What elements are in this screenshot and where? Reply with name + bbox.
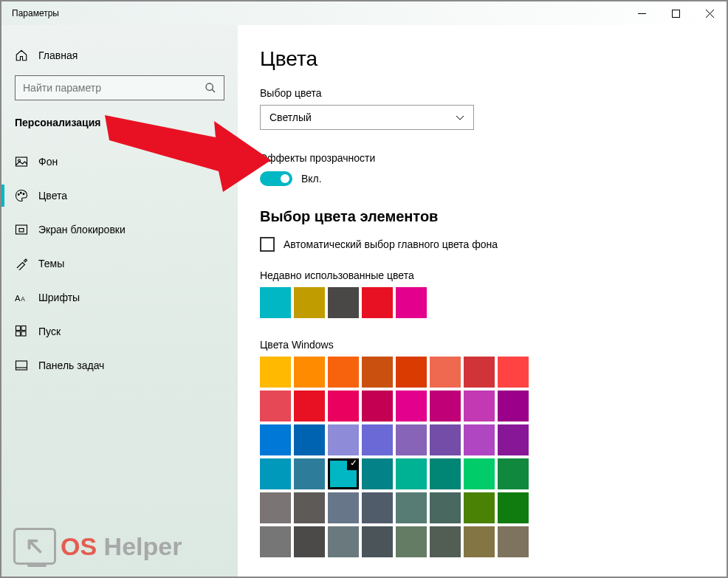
- svg-rect-11: [16, 225, 27, 234]
- windows-color-swatch[interactable]: [362, 458, 393, 489]
- windows-color-swatch[interactable]: [294, 492, 325, 523]
- accent-heading: Выбор цвета элементов: [260, 208, 704, 225]
- windows-color-swatch[interactable]: [430, 357, 461, 388]
- window-title: Параметры: [12, 8, 59, 18]
- windows-color-swatch[interactable]: [328, 492, 359, 523]
- auto-pick-label: Автоматический выбор главного цвета фона: [284, 238, 498, 250]
- windows-color-swatch[interactable]: [260, 458, 291, 489]
- sidebar-item-taskbar[interactable]: Панель задач: [1, 348, 238, 382]
- windows-color-swatch[interactable]: [498, 492, 529, 523]
- windows-color-swatch[interactable]: [260, 357, 291, 388]
- windows-color-swatch[interactable]: [328, 526, 359, 557]
- windows-color-swatch[interactable]: [464, 526, 495, 557]
- windows-color-swatch[interactable]: [294, 458, 325, 489]
- sidebar-item-background[interactable]: Фон: [1, 145, 238, 179]
- windows-color-swatch[interactable]: [362, 492, 393, 523]
- watermark: OS Helper: [13, 528, 182, 565]
- recent-color-swatch[interactable]: [362, 287, 393, 318]
- windows-color-swatch[interactable]: [498, 391, 529, 422]
- windows-color-swatch[interactable]: [294, 424, 325, 455]
- watermark-monitor-icon: [13, 528, 56, 565]
- windows-color-swatch[interactable]: [328, 424, 359, 455]
- windows-color-swatch[interactable]: [430, 526, 461, 557]
- windows-color-swatch[interactable]: [294, 391, 325, 422]
- windows-color-swatch[interactable]: [498, 424, 529, 455]
- svg-rect-12: [19, 229, 24, 233]
- svg-text:A: A: [21, 296, 25, 303]
- search-input[interactable]: [23, 82, 205, 94]
- windows-color-swatch[interactable]: [260, 526, 291, 557]
- svg-line-5: [212, 89, 215, 92]
- windows-color-swatch[interactable]: [464, 357, 495, 388]
- sidebar-item-themes[interactable]: Темы: [1, 247, 238, 281]
- main-content: Цвета Выбор цвета Светлый Эффекты прозра…: [238, 25, 727, 577]
- taskbar-icon: [15, 359, 28, 372]
- titlebar: Параметры: [1, 1, 727, 25]
- windows-color-swatch[interactable]: [396, 492, 427, 523]
- sidebar-item-label: Экран блокировки: [38, 224, 126, 235]
- windows-color-swatch[interactable]: [260, 391, 291, 422]
- sidebar-item-label: Шрифты: [38, 292, 80, 303]
- windows-color-swatch[interactable]: [464, 424, 495, 455]
- sidebar-item-fonts[interactable]: AA Шрифты: [1, 281, 238, 314]
- windows-color-swatch[interactable]: [396, 424, 427, 455]
- recent-color-swatch[interactable]: [328, 287, 359, 318]
- windows-color-swatch[interactable]: [362, 391, 393, 422]
- windows-color-swatch[interactable]: [396, 458, 427, 489]
- home-icon: [15, 49, 28, 62]
- windows-color-swatch[interactable]: [430, 424, 461, 455]
- windows-color-swatch[interactable]: [362, 526, 393, 557]
- maximize-button[interactable]: [659, 1, 693, 25]
- windows-color-swatch[interactable]: [464, 391, 495, 422]
- search-input-container[interactable]: [15, 75, 224, 100]
- sidebar-item-start[interactable]: Пуск: [1, 314, 238, 348]
- windows-color-swatch[interactable]: [396, 526, 427, 557]
- home-button[interactable]: Главная: [1, 44, 238, 74]
- themes-icon: [15, 257, 28, 270]
- windows-color-swatch[interactable]: [430, 492, 461, 523]
- windows-color-swatch[interactable]: [430, 458, 461, 489]
- palette-icon: [15, 189, 28, 202]
- minimize-button[interactable]: [625, 1, 659, 25]
- sidebar-item-lockscreen[interactable]: Экран блокировки: [1, 213, 238, 247]
- windows-color-swatch[interactable]: [362, 424, 393, 455]
- windows-color-swatch[interactable]: [396, 357, 427, 388]
- recent-colors-label: Недавно использованные цвета: [260, 269, 704, 281]
- windows-color-swatch[interactable]: [328, 391, 359, 422]
- auto-pick-checkbox[interactable]: [260, 237, 275, 252]
- transparency-toggle[interactable]: [260, 171, 292, 186]
- windows-color-swatch[interactable]: [260, 424, 291, 455]
- sidebar-item-label: Панель задач: [38, 359, 104, 371]
- chevron-down-icon: [456, 113, 464, 122]
- recent-color-swatch[interactable]: [260, 287, 291, 318]
- windows-color-swatch[interactable]: [498, 357, 529, 388]
- svg-text:A: A: [15, 294, 21, 303]
- picture-icon: [15, 155, 28, 168]
- windows-color-swatch[interactable]: [498, 526, 529, 557]
- recent-color-swatch[interactable]: [396, 287, 427, 318]
- windows-color-swatch[interactable]: [294, 526, 325, 557]
- windows-color-swatch[interactable]: [498, 458, 529, 489]
- windows-color-swatch[interactable]: [362, 357, 393, 388]
- windows-color-swatch[interactable]: [328, 458, 359, 489]
- windows-color-swatch[interactable]: [328, 357, 359, 388]
- sidebar-item-colors[interactable]: Цвета: [1, 179, 238, 213]
- sidebar-item-label: Цвета: [38, 190, 67, 202]
- svg-point-10: [23, 193, 24, 195]
- windows-color-swatch[interactable]: [430, 391, 461, 422]
- windows-color-swatch[interactable]: [260, 492, 291, 523]
- color-mode-dropdown[interactable]: Светлый: [260, 105, 474, 130]
- windows-color-swatch[interactable]: [396, 391, 427, 422]
- watermark-text: OS Helper: [61, 532, 182, 561]
- windows-color-swatch[interactable]: [464, 458, 495, 489]
- windows-colors-label: Цвета Windows: [260, 339, 704, 351]
- svg-rect-16: [21, 326, 26, 331]
- watermark-helper: Helper: [97, 532, 182, 560]
- svg-point-4: [206, 83, 213, 90]
- recent-colors-row: [260, 287, 704, 318]
- close-button[interactable]: [693, 1, 727, 25]
- search-icon: [205, 82, 216, 94]
- windows-color-swatch[interactable]: [294, 357, 325, 388]
- windows-color-swatch[interactable]: [464, 492, 495, 523]
- recent-color-swatch[interactable]: [294, 287, 325, 318]
